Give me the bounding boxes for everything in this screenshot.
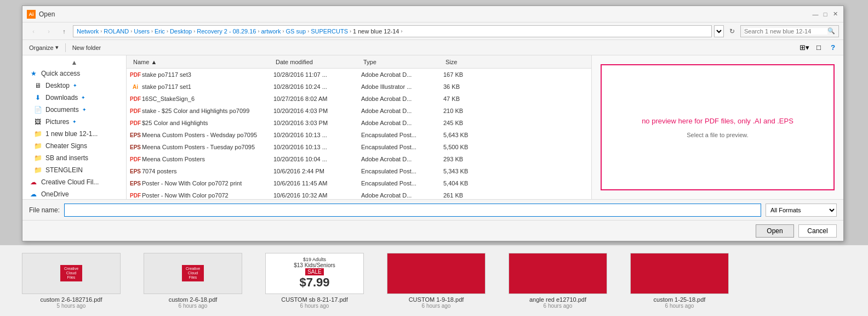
- breadcrumb-eric[interactable]: Eric: [155, 28, 165, 35]
- sidebar-label-documents: Documents: [45, 106, 79, 114]
- ai-icon: Ai: [27, 10, 36, 19]
- sidebar-item-sb-inserts[interactable]: 📁 SB and inserts: [22, 152, 126, 164]
- breadcrumb-recovery[interactable]: Recovery 2 - 08.29.16: [197, 28, 256, 35]
- minimize-button[interactable]: —: [812, 10, 819, 18]
- search-input[interactable]: [744, 28, 827, 35]
- forward-button[interactable]: ›: [42, 25, 55, 38]
- sidebar-item-onedrive[interactable]: ☁ OneDrive: [22, 188, 126, 199]
- file-type: Adobe Acrobat D...: [361, 120, 443, 126]
- cancel-button[interactable]: Cancel: [798, 224, 837, 238]
- sidebar-item-downloads[interactable]: ⬇ Downloads ✦: [22, 92, 126, 104]
- breadcrumb-desktop[interactable]: Desktop: [170, 28, 192, 35]
- refresh-button[interactable]: ↻: [726, 25, 738, 37]
- new-folder-button[interactable]: New folder: [70, 43, 104, 52]
- col-header-name[interactable]: Name ▲: [131, 59, 273, 65]
- documents-icon: 📄: [33, 105, 42, 114]
- thumb-4[interactable]: CUSTOM 1-9-18.pdf 6 hours ago: [376, 249, 496, 313]
- navigation-bar: ‹ › ↑ Network › ROLAND › Users › Eric › …: [22, 22, 843, 40]
- table-row[interactable]: Ai stake po7117 set1 10/28/2016 10:24 ..…: [127, 81, 591, 93]
- filename-label: File name:: [29, 206, 60, 214]
- table-row[interactable]: PDF stake po7117 set3 10/28/2016 11:07 .…: [127, 69, 591, 81]
- sidebar-label-sb-inserts: SB and inserts: [45, 154, 88, 162]
- col-header-size[interactable]: Size: [443, 59, 487, 65]
- table-row[interactable]: EPS Meena Custom Posters - Tuesday po709…: [127, 141, 591, 153]
- col-header-type[interactable]: Type: [361, 59, 443, 65]
- folder-stenglein-icon: 📁: [33, 166, 42, 174]
- thumb-2[interactable]: CreativeCloudFiles custom 2-6-18.pdf 6 h…: [133, 249, 253, 313]
- sidebar-item-cheater-signs[interactable]: 📁 Cheater Signs: [22, 140, 126, 152]
- file-type-icon: EPS: [131, 131, 140, 139]
- breadcrumb-roland[interactable]: ROLAND: [104, 28, 129, 35]
- thumb-3[interactable]: $19 Adults $13 Kids/Seniors SALE $7.99 C…: [254, 249, 375, 313]
- thumb-3-price-was: $19 Adults: [303, 257, 326, 262]
- file-type-icon: EPS: [131, 167, 140, 176]
- thumb-1[interactable]: CreativeCloudFiles custom 2-6-182716.pdf…: [11, 249, 132, 313]
- open-button[interactable]: Open: [756, 224, 794, 238]
- table-row[interactable]: PDF Poster - Now With Color po7072 10/6/…: [127, 189, 591, 199]
- thumb-3-label: CUSTOM sb 8-21-17.pdf: [281, 296, 347, 303]
- up-button[interactable]: ↑: [58, 25, 71, 38]
- folder-sb-inserts-icon: 📁: [33, 154, 42, 162]
- view-toggle-button[interactable]: ⊞▾: [798, 42, 810, 54]
- sidebar-label-1-new-blue: 1 new blue 12-1...: [45, 130, 98, 138]
- file-date: 10/20/2016 10:04 ...: [273, 156, 361, 162]
- breadcrumb-artwork[interactable]: artwork: [261, 28, 281, 35]
- sidebar-item-creative-cloud[interactable]: ☁ Creative Cloud Fil...: [22, 176, 126, 188]
- file-list-wrapper: PDF stake po7117 set3 10/28/2016 11:07 .…: [127, 69, 591, 199]
- table-row[interactable]: PDF 16SC_StakeSign_6 10/27/2016 8:02 AM …: [127, 93, 591, 105]
- maximize-button[interactable]: □: [821, 10, 829, 18]
- file-size: 5,500 KB: [443, 144, 487, 150]
- layout-button[interactable]: □: [813, 42, 825, 54]
- file-date: 10/6/2016 10:32 AM: [273, 192, 361, 199]
- sidebar-item-desktop[interactable]: 🖥 Desktop ✦: [22, 80, 126, 92]
- table-row[interactable]: EPS Meena Custom Posters - Wedsday po709…: [127, 129, 591, 141]
- sidebar-item-stenglein[interactable]: 📁 STENGLEIN: [22, 164, 126, 176]
- file-type: Encapsulated Post...: [361, 168, 443, 174]
- file-list-scroll[interactable]: PDF stake po7117 set3 10/28/2016 11:07 .…: [127, 69, 591, 199]
- breadcrumb-dropdown[interactable]: ▾: [714, 25, 724, 37]
- toolbar-right: ⊞▾ □ ?: [798, 42, 839, 54]
- sidebar-scroll-up[interactable]: ▲: [22, 58, 126, 67]
- sidebar-label-desktop: Desktop: [45, 82, 70, 89]
- file-size: 167 KB: [443, 71, 487, 78]
- thumb-5[interactable]: angle red e12710.pdf 6 hours ago: [498, 249, 618, 313]
- thumb-6[interactable]: custom 1-25-18.pdf 6 hours ago: [619, 249, 740, 313]
- thumb-1-time: 5 hours ago: [57, 303, 86, 309]
- file-type-icon: PDF: [131, 155, 140, 163]
- sidebar-item-1-new-blue[interactable]: 📁 1 new blue 12-1...: [22, 128, 126, 140]
- file-size: 293 KB: [443, 156, 487, 162]
- table-row[interactable]: PDF $25 Color and Highlights 10/20/2016 …: [127, 117, 591, 129]
- help-button[interactable]: ?: [827, 42, 839, 54]
- quick-access-icon: ★: [29, 69, 38, 78]
- table-row[interactable]: EPS 7074 posters 10/6/2016 2:44 PM Encap…: [127, 165, 591, 177]
- table-row[interactable]: PDF Meena Custom Posters 10/20/2016 10:0…: [127, 153, 591, 165]
- breadcrumb-supercuts[interactable]: SUPERCUTS: [311, 28, 348, 35]
- file-type: Adobe Acrobat D...: [361, 108, 443, 114]
- file-name: Poster - Now With Color po7072: [142, 192, 229, 199]
- preview-message: no preview here for PDF files, only .AI …: [631, 117, 804, 125]
- back-button[interactable]: ‹: [27, 25, 40, 38]
- sidebar-label-creative-cloud: Creative Cloud Fil...: [41, 178, 99, 186]
- breadcrumb-gssup[interactable]: GS sup: [286, 28, 306, 35]
- window-controls: — □ ✕: [812, 10, 839, 18]
- breadcrumb-network[interactable]: Network: [77, 28, 99, 35]
- sidebar-item-pictures[interactable]: 🖼 Pictures ✦: [22, 116, 126, 128]
- file-date: 10/27/2016 8:02 AM: [273, 95, 361, 102]
- file-size: 210 KB: [443, 108, 487, 114]
- table-row[interactable]: PDF stake - $25 Color and Highlights po7…: [127, 105, 591, 117]
- sidebar-item-quick-access[interactable]: ★ Quick access: [22, 67, 126, 80]
- organize-button[interactable]: Organize ▾: [27, 43, 61, 52]
- format-dropdown[interactable]: All Formats: [766, 204, 837, 217]
- file-size: 245 KB: [443, 120, 487, 126]
- sidebar-item-documents[interactable]: 📄 Documents ✦: [22, 104, 126, 116]
- filename-input[interactable]: [64, 204, 761, 217]
- sidebar-label-onedrive: OneDrive: [41, 190, 69, 198]
- dialog-titlebar: Ai Open — □ ✕: [22, 6, 843, 22]
- pictures-icon: 🖼: [33, 117, 42, 126]
- col-header-date[interactable]: Date modified: [273, 59, 361, 65]
- table-row[interactable]: EPS Poster - Now With Color po7072 print…: [127, 177, 591, 189]
- preview-box: no preview here for PDF files, only .AI …: [601, 64, 835, 190]
- thumb-6-label: custom 1-25-18.pdf: [654, 296, 706, 303]
- breadcrumb-users[interactable]: Users: [134, 28, 150, 35]
- close-button[interactable]: ✕: [831, 10, 839, 18]
